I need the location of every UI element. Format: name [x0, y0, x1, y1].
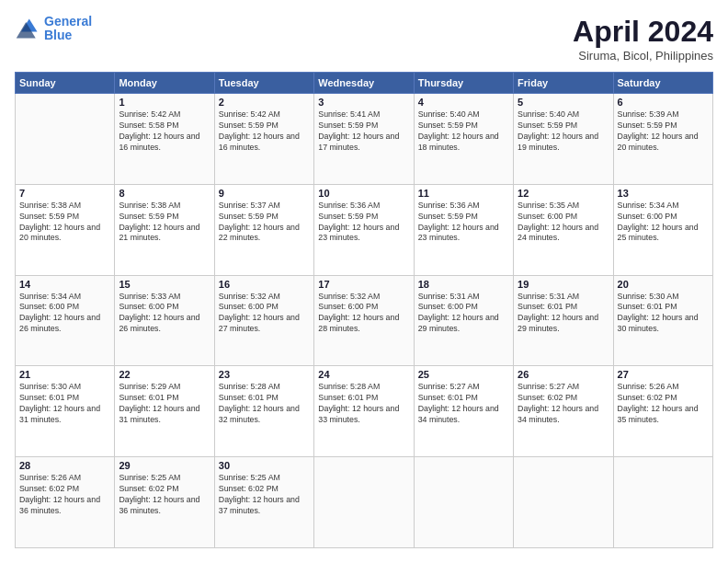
day-info: Sunrise: 5:27 AMSunset: 6:01 PMDaylight:…: [418, 382, 509, 426]
day-info: Sunrise: 5:25 AMSunset: 6:02 PMDaylight:…: [219, 473, 310, 517]
day-info: Sunrise: 5:38 AMSunset: 5:59 PMDaylight:…: [19, 201, 110, 245]
day-number: 30: [219, 460, 310, 471]
cell-w4-d6: 26 Sunrise: 5:27 AMSunset: 6:02 PMDaylig…: [514, 366, 613, 457]
day-info: Sunrise: 5:32 AMSunset: 6:00 PMDaylight:…: [318, 292, 409, 336]
cell-w2-d4: 10 Sunrise: 5:36 AMSunset: 5:59 PMDaylig…: [314, 184, 414, 275]
title-block: April 2024 Siruma, Bicol, Philippines: [573, 15, 713, 63]
day-info: Sunrise: 5:42 AMSunset: 5:58 PMDaylight:…: [119, 109, 210, 154]
day-number: 4: [418, 97, 509, 108]
day-info: Sunrise: 5:41 AMSunset: 5:59 PMDaylight:…: [318, 109, 409, 154]
day-info: Sunrise: 5:40 AMSunset: 5:59 PMDaylight:…: [418, 109, 509, 154]
week-row-2: 7 Sunrise: 5:38 AMSunset: 5:59 PMDayligh…: [16, 184, 713, 275]
day-number: 27: [618, 369, 709, 380]
col-monday: Monday: [115, 73, 214, 94]
day-info: Sunrise: 5:39 AMSunset: 5:59 PMDaylight:…: [618, 109, 709, 154]
col-thursday: Thursday: [414, 73, 513, 94]
cell-w3-d5: 18 Sunrise: 5:31 AMSunset: 6:00 PMDaylig…: [414, 275, 513, 366]
day-info: Sunrise: 5:38 AMSunset: 5:59 PMDaylight:…: [119, 201, 210, 245]
cell-w3-d6: 19 Sunrise: 5:31 AMSunset: 6:01 PMDaylig…: [514, 275, 613, 366]
day-info: Sunrise: 5:31 AMSunset: 6:00 PMDaylight:…: [418, 292, 509, 336]
cell-w1-d1: [16, 94, 115, 185]
day-number: 21: [19, 369, 110, 380]
day-number: 17: [318, 279, 409, 290]
cell-w5-d6: [514, 457, 613, 548]
day-info: Sunrise: 5:35 AMSunset: 6:00 PMDaylight:…: [518, 201, 609, 245]
day-info: Sunrise: 5:34 AMSunset: 6:00 PMDaylight:…: [618, 201, 709, 245]
cell-w5-d2: 29 Sunrise: 5:25 AMSunset: 6:02 PMDaylig…: [115, 457, 214, 548]
day-info: Sunrise: 5:34 AMSunset: 6:00 PMDaylight:…: [19, 292, 110, 336]
day-info: Sunrise: 5:26 AMSunset: 6:02 PMDaylight:…: [618, 382, 709, 426]
day-number: 6: [618, 97, 709, 108]
page: General Blue April 2024 Siruma, Bicol, P…: [0, 0, 728, 563]
day-info: Sunrise: 5:40 AMSunset: 5:59 PMDaylight:…: [518, 109, 609, 154]
cell-w3-d2: 15 Sunrise: 5:33 AMSunset: 6:00 PMDaylig…: [115, 275, 214, 366]
week-row-1: 1 Sunrise: 5:42 AMSunset: 5:58 PMDayligh…: [16, 94, 713, 185]
day-info: Sunrise: 5:29 AMSunset: 6:01 PMDaylight:…: [119, 382, 210, 426]
cell-w4-d2: 22 Sunrise: 5:29 AMSunset: 6:01 PMDaylig…: [115, 366, 214, 457]
col-saturday: Saturday: [613, 73, 712, 94]
day-number: 29: [119, 460, 210, 471]
cell-w5-d5: [414, 457, 513, 548]
day-info: Sunrise: 5:36 AMSunset: 5:59 PMDaylight:…: [418, 201, 509, 245]
cell-w1-d6: 5 Sunrise: 5:40 AMSunset: 5:59 PMDayligh…: [514, 94, 613, 185]
cell-w1-d5: 4 Sunrise: 5:40 AMSunset: 5:59 PMDayligh…: [414, 94, 513, 185]
cell-w1-d3: 2 Sunrise: 5:42 AMSunset: 5:59 PMDayligh…: [214, 94, 313, 185]
day-number: 18: [418, 279, 509, 290]
cell-w5-d1: 28 Sunrise: 5:26 AMSunset: 6:02 PMDaylig…: [16, 457, 115, 548]
cell-w3-d4: 17 Sunrise: 5:32 AMSunset: 6:00 PMDaylig…: [314, 275, 414, 366]
day-number: 13: [618, 188, 709, 199]
week-row-4: 21 Sunrise: 5:30 AMSunset: 6:01 PMDaylig…: [16, 366, 713, 457]
day-number: 23: [219, 369, 310, 380]
col-friday: Friday: [514, 73, 613, 94]
logo-line2: Blue: [44, 28, 72, 42]
col-tuesday: Tuesday: [214, 73, 313, 94]
day-info: Sunrise: 5:27 AMSunset: 6:02 PMDaylight:…: [518, 382, 609, 426]
day-number: 7: [19, 188, 110, 199]
day-number: 28: [19, 460, 110, 471]
cell-w1-d2: 1 Sunrise: 5:42 AMSunset: 5:58 PMDayligh…: [115, 94, 214, 185]
day-info: Sunrise: 5:28 AMSunset: 6:01 PMDaylight:…: [318, 382, 409, 426]
week-row-5: 28 Sunrise: 5:26 AMSunset: 6:02 PMDaylig…: [16, 457, 713, 548]
header: General Blue April 2024 Siruma, Bicol, P…: [15, 15, 713, 63]
header-row: Sunday Monday Tuesday Wednesday Thursday…: [16, 73, 713, 94]
cell-w1-d7: 6 Sunrise: 5:39 AMSunset: 5:59 PMDayligh…: [613, 94, 712, 185]
cell-w2-d3: 9 Sunrise: 5:37 AMSunset: 5:59 PMDayligh…: [214, 184, 313, 275]
cell-w5-d7: [613, 457, 712, 548]
day-number: 25: [418, 369, 509, 380]
cell-w4-d4: 24 Sunrise: 5:28 AMSunset: 6:01 PMDaylig…: [314, 366, 414, 457]
day-info: Sunrise: 5:33 AMSunset: 6:00 PMDaylight:…: [119, 292, 210, 336]
day-number: 1: [119, 97, 210, 108]
day-number: 9: [219, 188, 310, 199]
week-row-3: 14 Sunrise: 5:34 AMSunset: 6:00 PMDaylig…: [16, 275, 713, 366]
day-number: 22: [119, 369, 210, 380]
cell-w4-d5: 25 Sunrise: 5:27 AMSunset: 6:01 PMDaylig…: [414, 366, 513, 457]
cell-w2-d2: 8 Sunrise: 5:38 AMSunset: 5:59 PMDayligh…: [115, 184, 214, 275]
day-info: Sunrise: 5:28 AMSunset: 6:01 PMDaylight:…: [219, 382, 310, 426]
day-info: Sunrise: 5:30 AMSunset: 6:01 PMDaylight:…: [19, 382, 110, 426]
day-info: Sunrise: 5:37 AMSunset: 5:59 PMDaylight:…: [219, 201, 310, 245]
month-title: April 2024: [573, 15, 713, 49]
day-info: Sunrise: 5:36 AMSunset: 5:59 PMDaylight:…: [318, 201, 409, 245]
cell-w3-d7: 20 Sunrise: 5:30 AMSunset: 6:01 PMDaylig…: [613, 275, 712, 366]
day-number: 26: [518, 369, 609, 380]
day-number: 10: [318, 188, 409, 199]
cell-w1-d4: 3 Sunrise: 5:41 AMSunset: 5:59 PMDayligh…: [314, 94, 414, 185]
cell-w2-d5: 11 Sunrise: 5:36 AMSunset: 5:59 PMDaylig…: [414, 184, 513, 275]
cell-w4-d3: 23 Sunrise: 5:28 AMSunset: 6:01 PMDaylig…: [214, 366, 313, 457]
logo-icon: [15, 16, 40, 41]
day-number: 5: [518, 97, 609, 108]
day-number: 14: [19, 279, 110, 290]
cell-w3-d3: 16 Sunrise: 5:32 AMSunset: 6:00 PMDaylig…: [214, 275, 313, 366]
cell-w5-d3: 30 Sunrise: 5:25 AMSunset: 6:02 PMDaylig…: [214, 457, 313, 548]
cell-w2-d7: 13 Sunrise: 5:34 AMSunset: 6:00 PMDaylig…: [613, 184, 712, 275]
day-number: 12: [518, 188, 609, 199]
day-info: Sunrise: 5:30 AMSunset: 6:01 PMDaylight:…: [618, 292, 709, 336]
cell-w4-d7: 27 Sunrise: 5:26 AMSunset: 6:02 PMDaylig…: [613, 366, 712, 457]
logo: General Blue: [15, 15, 92, 43]
day-number: 16: [219, 279, 310, 290]
cell-w5-d4: [314, 457, 414, 548]
day-info: Sunrise: 5:32 AMSunset: 6:00 PMDaylight:…: [219, 292, 310, 336]
day-number: 19: [518, 279, 609, 290]
cell-w2-d6: 12 Sunrise: 5:35 AMSunset: 6:00 PMDaylig…: [514, 184, 613, 275]
col-sunday: Sunday: [16, 73, 115, 94]
